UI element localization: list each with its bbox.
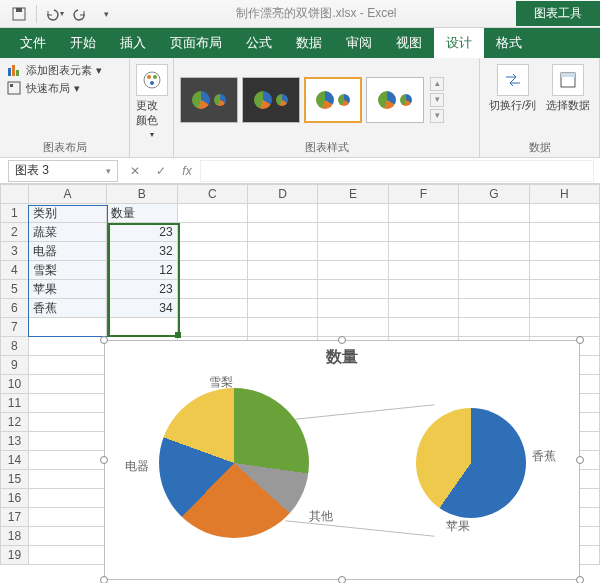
tab-format[interactable]: 格式: [484, 28, 534, 58]
row-header[interactable]: 13: [1, 432, 29, 451]
row-header[interactable]: 16: [1, 489, 29, 508]
chevron-down-icon[interactable]: ▾: [106, 166, 111, 176]
cell[interactable]: 32: [107, 242, 178, 261]
row-header[interactable]: 4: [1, 261, 29, 280]
resize-handle[interactable]: [576, 576, 584, 583]
chart-object[interactable]: 数量 雪梨 电器 其他 香蕉 苹果: [104, 340, 580, 580]
data-label: 香蕉: [532, 448, 556, 465]
cell[interactable]: 苹果: [28, 280, 106, 299]
col-header-B[interactable]: B: [107, 185, 178, 204]
ribbon-group-styles-label: 图表样式: [180, 138, 473, 155]
row-header[interactable]: 3: [1, 242, 29, 261]
tab-pagelayout[interactable]: 页面布局: [158, 28, 234, 58]
cell[interactable]: 12: [107, 261, 178, 280]
svg-rect-1: [16, 8, 22, 12]
chart-style-3[interactable]: [304, 77, 362, 123]
title-bar: ▾ ▾ 制作漂亮的双饼图.xlsx - Excel 图表工具: [0, 0, 600, 28]
tab-review[interactable]: 审阅: [334, 28, 384, 58]
chart-style-4[interactable]: [366, 77, 424, 123]
col-header-E[interactable]: E: [318, 185, 388, 204]
row-header[interactable]: 12: [1, 413, 29, 432]
tab-design[interactable]: 设计: [434, 28, 484, 58]
cell[interactable]: 雪梨: [28, 261, 106, 280]
gallery-scroll-up[interactable]: ▴: [430, 77, 444, 91]
gallery-scroll-down[interactable]: ▾: [430, 93, 444, 107]
resize-handle[interactable]: [100, 576, 108, 583]
row-header[interactable]: 9: [1, 356, 29, 375]
tab-home[interactable]: 开始: [58, 28, 108, 58]
resize-handle[interactable]: [576, 336, 584, 344]
chart-style-2[interactable]: [242, 77, 300, 123]
main-pie[interactable]: [159, 388, 309, 538]
chart-title[interactable]: 数量: [105, 347, 579, 368]
row-header[interactable]: 1: [1, 204, 29, 223]
tab-file[interactable]: 文件: [8, 28, 58, 58]
ribbon-group-styles: ▴ ▾ ▾ 图表样式: [174, 58, 480, 157]
cancel-formula-icon[interactable]: ✕: [122, 164, 148, 178]
ribbon-group-layout: 添加图表元素 ▾ 快速布局 ▾ 图表布局: [0, 58, 130, 157]
tab-formulas[interactable]: 公式: [234, 28, 284, 58]
chart-style-1[interactable]: [180, 77, 238, 123]
row-header[interactable]: 11: [1, 394, 29, 413]
cell[interactable]: 34: [107, 299, 178, 318]
cell[interactable]: 数量: [107, 204, 178, 223]
cell[interactable]: 23: [107, 280, 178, 299]
tab-insert[interactable]: 插入: [108, 28, 158, 58]
resize-handle[interactable]: [100, 336, 108, 344]
worksheet-grid[interactable]: A B C D E F G H 1类别数量 2蔬菜23 3电器32 4雪梨12 …: [0, 184, 600, 583]
col-header-H[interactable]: H: [529, 185, 599, 204]
chart-plot-area[interactable]: 雪梨 电器 其他 香蕉 苹果: [105, 368, 579, 558]
undo-icon[interactable]: ▾: [43, 3, 65, 25]
enter-formula-icon[interactable]: ✓: [148, 164, 174, 178]
redo-icon[interactable]: [69, 3, 91, 25]
row-header[interactable]: 18: [1, 527, 29, 546]
svg-point-9: [153, 75, 157, 79]
save-icon[interactable]: [8, 3, 30, 25]
row-header[interactable]: 6: [1, 299, 29, 318]
qat-customize-icon[interactable]: ▾: [95, 3, 117, 25]
row-header[interactable]: 2: [1, 223, 29, 242]
row-header[interactable]: 7: [1, 318, 29, 337]
switch-row-col-button[interactable]: 切换行/列: [487, 62, 538, 115]
row-header[interactable]: 19: [1, 546, 29, 565]
switch-icon: [497, 64, 529, 96]
cell[interactable]: 蔬菜: [28, 223, 106, 242]
ribbon-group-layout-label: 图表布局: [6, 138, 123, 155]
row-header[interactable]: 15: [1, 470, 29, 489]
select-all-corner[interactable]: [1, 185, 29, 204]
ribbon-group-colors: 更改颜色▾: [130, 58, 174, 157]
col-header-G[interactable]: G: [459, 185, 529, 204]
tab-data[interactable]: 数据: [284, 28, 334, 58]
add-chart-element-button[interactable]: 添加图表元素 ▾: [6, 62, 102, 78]
fx-icon[interactable]: fx: [174, 164, 200, 178]
row-header[interactable]: 14: [1, 451, 29, 470]
tab-view[interactable]: 视图: [384, 28, 434, 58]
cell[interactable]: 23: [107, 223, 178, 242]
svg-point-10: [150, 81, 154, 85]
resize-handle[interactable]: [338, 336, 346, 344]
col-header-D[interactable]: D: [248, 185, 318, 204]
row-header[interactable]: 17: [1, 508, 29, 527]
quick-layout-button[interactable]: 快速布局 ▾: [6, 80, 102, 96]
row-header[interactable]: 10: [1, 375, 29, 394]
select-data-button[interactable]: 选择数据: [544, 62, 592, 115]
row-header[interactable]: 5: [1, 280, 29, 299]
row-header[interactable]: 8: [1, 337, 29, 356]
svg-rect-12: [561, 73, 575, 77]
cell[interactable]: 类别: [28, 204, 106, 223]
secondary-pie[interactable]: [416, 408, 526, 518]
cell[interactable]: 电器: [28, 242, 106, 261]
col-header-C[interactable]: C: [177, 185, 247, 204]
svg-rect-2: [8, 68, 11, 76]
gallery-more[interactable]: ▾: [430, 109, 444, 123]
svg-point-8: [147, 75, 151, 79]
col-header-F[interactable]: F: [388, 185, 458, 204]
resize-handle[interactable]: [338, 576, 346, 583]
ribbon-group-data-label: 数据: [486, 138, 593, 155]
formula-input[interactable]: [200, 160, 594, 182]
cell[interactable]: 香蕉: [28, 299, 106, 318]
change-colors-button[interactable]: 更改颜色▾: [134, 62, 170, 141]
svg-rect-6: [10, 84, 13, 87]
col-header-A[interactable]: A: [28, 185, 106, 204]
name-box[interactable]: 图表 3▾: [8, 160, 118, 182]
